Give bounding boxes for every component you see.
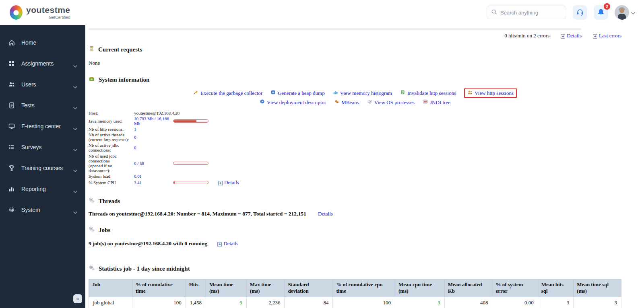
chevron-down-icon: [73, 209, 77, 211]
system-actions-row-2: View deployment descriptor MBeans View O…: [89, 99, 621, 106]
details-link[interactable]: Details: [561, 33, 582, 39]
chevron-down-icon: [631, 9, 635, 16]
system-load-value: 0.01: [134, 174, 173, 179]
gears-icon: [89, 197, 95, 205]
support-button[interactable]: [573, 5, 587, 20]
host-value: youtestme@192.168.4.20: [134, 111, 173, 115]
value-cell: 3: [395, 297, 445, 308]
invalidate-http-sessions-link[interactable]: Invalidate http sessions: [400, 88, 456, 98]
sidebar-item-training-courses[interactable]: Training courses: [0, 158, 85, 179]
column-header: % of cumulative time: [132, 279, 186, 297]
value-cell: 1,458: [186, 297, 206, 308]
threads-heading: Threads: [89, 197, 621, 205]
threads-details-link[interactable]: Details: [318, 211, 333, 217]
jobs-summary: 9 job(s) on youtestme@192.168.4.20 with …: [89, 240, 621, 247]
column-header: Standard deviation: [285, 279, 333, 297]
value-cell: 408: [444, 297, 492, 308]
trophy-icon: [8, 164, 15, 172]
view-deployment-descriptor-link[interactable]: View deployment descriptor: [260, 99, 326, 106]
histogram-icon: [333, 90, 338, 97]
chevron-down-icon: [73, 125, 77, 127]
chevron-down-icon: [73, 146, 77, 148]
chevron-down-icon: [73, 104, 77, 107]
sidebar-item-label: Tests: [21, 102, 35, 109]
horizontal-scrollbar[interactable]: [89, 28, 581, 30]
home-icon: [8, 39, 15, 46]
view-os-processes-link[interactable]: View OS processes: [367, 99, 415, 106]
column-header: Job: [89, 279, 132, 297]
system-info-row: Host: youtestme@192.168.4.20: [89, 111, 621, 115]
view-memory-histogram-link[interactable]: View memory histogram: [333, 88, 392, 98]
headset-icon: [576, 8, 584, 17]
value-cell: 100: [132, 297, 186, 308]
bell-icon: [597, 8, 605, 17]
value-cell: 9: [206, 297, 246, 308]
sidebar-item-label: Training courses: [21, 165, 63, 171]
tests-icon: [8, 102, 15, 109]
mbeans-link[interactable]: MBeans: [334, 99, 359, 106]
search-input[interactable]: [500, 10, 561, 16]
sidebar-item-label: Reporting: [21, 186, 46, 192]
column-header: Mean hits sql: [538, 279, 574, 297]
http-sessions-icon: [467, 90, 473, 97]
value-cell: 84: [285, 297, 333, 308]
jobs-heading: Jobs: [89, 226, 621, 234]
sidebar-item-assignments[interactable]: Assignments: [0, 53, 85, 74]
jobs-details-link[interactable]: Details: [217, 240, 238, 246]
column-header: % of cumulative cpu time: [333, 279, 395, 297]
sidebar-item-surveys[interactable]: Surveys: [0, 137, 85, 158]
http-sessions-value: 1: [134, 127, 173, 131]
monitor-icon: [8, 123, 15, 130]
used-jdbc-value: 0 / 58: [134, 161, 173, 166]
sidebar-item-users[interactable]: Users: [0, 74, 85, 95]
view-http-sessions-link[interactable]: View http sessions: [464, 88, 517, 98]
memory-used-value: 10,703 Mb / 16,166 Mb: [134, 116, 173, 126]
system-actions-row-1: Execute the garbage collector Generate a…: [89, 88, 621, 98]
sidebar-item-tests[interactable]: Tests: [0, 95, 85, 116]
list-icon: [8, 144, 15, 151]
chevron-down-icon: [73, 167, 77, 169]
threads-summary: Threads on youtestme@192.168.4.20: Numbe…: [89, 211, 621, 217]
cpu-usage-bar: [173, 181, 208, 184]
system-info-details-link[interactable]: Details: [218, 179, 239, 186]
last-errors-link[interactable]: Last errors: [593, 33, 621, 39]
sidebar-item-etesting-center[interactable]: E-testing center: [0, 116, 85, 137]
chevron-down-icon: [73, 188, 77, 190]
system-info-row: Nb of active jdbc connections: 0: [89, 143, 621, 152]
notification-badge: 2: [604, 3, 610, 10]
gears-icon: [89, 265, 95, 273]
table-row: job global1001,45892,2368410034080.0033: [89, 297, 621, 308]
system-info-row: Nb of used jdbc connections(opened if no…: [89, 154, 621, 173]
current-requests-heading: Current requests: [89, 45, 621, 53]
value-cell: 3: [574, 297, 621, 308]
sidebar-collapse-button[interactable]: «: [73, 294, 82, 303]
generate-heap-dump-link[interactable]: Generate a heap dump: [270, 88, 325, 98]
sidebar-item-reporting[interactable]: Reporting: [0, 179, 85, 199]
notifications-button[interactable]: 2: [594, 5, 608, 20]
column-header: Max time (ms): [246, 279, 285, 297]
sidebar-item-label: Users: [21, 81, 36, 88]
value-cell: 100: [333, 297, 395, 308]
sidebar-item-label: Surveys: [21, 144, 42, 150]
user-menu[interactable]: [615, 5, 635, 20]
jndi-tree-link[interactable]: JNDI tree: [423, 99, 450, 106]
statistics-job-heading: Statistics job - 1 day since midnight: [89, 265, 621, 273]
os-processes-icon: [367, 99, 372, 106]
sidebar-item-home[interactable]: Home: [0, 32, 85, 53]
hits-errors-summary: 0 hits/min on 2 errors: [504, 33, 549, 39]
sidebar-item-system[interactable]: System: [0, 199, 85, 220]
sidebar-item-label: Assignments: [21, 60, 54, 67]
sidebar-item-label: System: [21, 207, 40, 213]
avatar: [615, 5, 629, 20]
brand-name: youtestme: [26, 6, 70, 14]
chart-icon: [8, 185, 15, 193]
system-info-row: Java memory used: 10,703 Mb / 16,166 Mb: [89, 116, 621, 126]
top-summary-row: 0 hits/min on 2 errors Details Last erro…: [89, 33, 621, 39]
global-search[interactable]: [487, 6, 566, 19]
gears-icon: [89, 226, 95, 234]
execute-garbage-collector-link[interactable]: Execute the garbage collector: [193, 88, 262, 98]
value-cell: 0.00: [492, 297, 538, 308]
topbar-actions: 2: [487, 5, 635, 20]
system-cpu-value: 3.41: [134, 180, 173, 185]
mbeans-icon: [334, 99, 339, 106]
